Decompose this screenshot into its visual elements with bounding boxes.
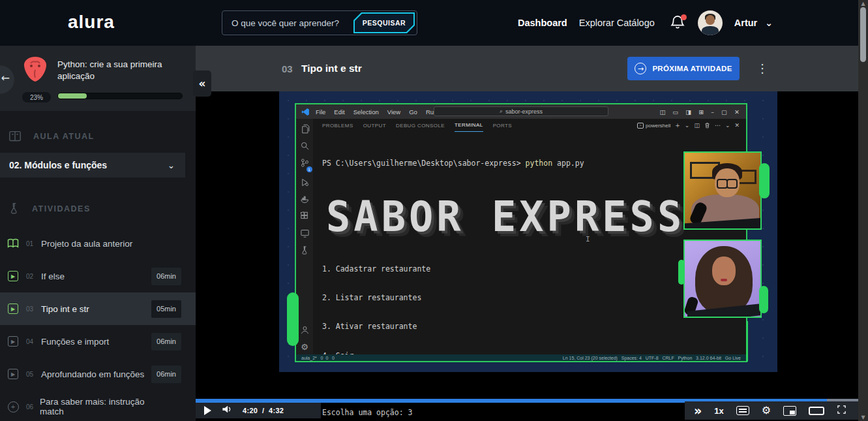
source-control-icon: 1 [300,158,310,170]
lesson-options-kebab-menu[interactable]: ⋮ [756,60,768,76]
instructor1-glasses [716,179,738,186]
instructor2-lips [721,279,727,281]
page-scrollbar[interactable]: ▲ ▼ [858,0,868,421]
capture-border-line [746,321,748,362]
volume-button[interactable] [222,405,232,416]
status-right-items: Ln 15, Col 23 (20 selected) Spaces: 4 UT… [563,356,741,360]
course-sidebar: ← Python: crie a sua primeira aplicação … [0,46,196,421]
playback-speed-button[interactable]: 1x [714,406,723,416]
duration-badge: 06min [151,333,181,351]
avatar-head [706,15,715,25]
nav-dashboard[interactable]: Dashboard [518,18,567,28]
scrollbar-thumb[interactable] [860,7,866,62]
avatar[interactable] [698,10,723,35]
powershell-icon: > [637,123,644,129]
python-course-icon [22,55,48,83]
search-input[interactable] [222,11,353,35]
terminal-choice-line: Escolha uma opção: 3 [322,408,746,418]
vscode-logo-icon [301,108,310,116]
capture-border-tab [287,292,299,346]
search-button[interactable]: PESQUISAR [353,12,415,33]
search-bar: PESQUISAR [222,10,417,35]
back-button[interactable]: ← [0,65,14,94]
new-terminal-icon: + [675,122,680,129]
run-debug-icon [300,178,310,187]
duration-badge: 06min [151,366,181,383]
webcam-instructor-2 [683,240,762,318]
layout-custom-icon: ⊞ [698,108,704,116]
menu-view: View [387,108,400,116]
book-icon [8,131,22,142]
activity-item-02[interactable]: ▶ 02 If else 06min [0,260,196,292]
module-selector[interactable]: 02. Módulos e funções ⌄ [0,153,185,178]
capture-border-tab [678,260,685,285]
vscode-body: 1 [296,119,746,356]
video-player: File Edit Selection View Go Run ⋯ ⌕ sabo… [196,91,858,421]
notifications-bell-icon[interactable] [670,14,686,31]
collapse-sidebar-button[interactable]: « [193,70,211,97]
capture-border-tab [759,286,768,313]
activity-item-04[interactable]: ▶ 04 Funções e import 06min [0,325,196,358]
layout-panel-icon: ▭ [672,108,678,116]
menu-edit: Edit [334,108,344,116]
lesson-header: 03 Tipo int e str → PRÓXIMA ATIVIDADE ⋮ [196,46,858,91]
menu-option-3: 3. Ativar restaurante [322,322,746,332]
picture-in-picture-button[interactable] [783,406,796,416]
fullscreen-button[interactable] [837,405,846,417]
activities-header: ATIVIDADES [0,202,196,215]
nav-explorar-catalogo[interactable]: Explorar Catálogo [579,18,655,28]
tab-terminal: TERMINAL [455,119,483,132]
remote-explorer-icon [300,228,310,238]
settings-gear-icon: ⚙ [301,342,308,352]
captions-button[interactable] [736,406,749,415]
player-controls-left: 4:20 / 4:32 [196,403,321,418]
minimize-icon: – [711,108,714,116]
next-activity-button[interactable]: → PRÓXIMA ATIVIDADE [627,57,740,80]
tab-debug-console: DEBUG CONSOLE [396,119,445,132]
layout-sidebar-icon: ◫ [659,108,665,116]
navbar-right: Dashboard Explorar Catálogo Artur ⌄ [518,0,773,46]
theater-mode-button[interactable] [809,407,824,415]
explorer-icon [300,124,310,134]
module-chevron-down-icon: ⌄ [168,161,175,170]
flask-icon [8,202,20,215]
tab-problems: PROBLEMS [322,119,353,132]
course-card: ← Python: crie a sua primeira aplicação … [0,46,196,111]
panel-tabs: PROBLEMS OUTPUT DEBUG CONSOLE TERMINAL P… [313,119,746,132]
main-content: 03 Tipo int e str → PRÓXIMA ATIVIDADE ⋮ … [196,46,858,421]
kill-terminal-trash-icon [704,122,710,129]
activity-item-01[interactable]: 01 Projeto da aula anterior [0,227,196,260]
activity-item-03-active[interactable]: ▶ 03 Tipo int e str 05min [0,292,196,325]
avatar-shirt [702,26,719,35]
course-progress-fill [58,93,87,99]
scroll-up-arrow[interactable]: ▲ [858,1,868,7]
activity-item-06[interactable]: + 06 Para saber mais: instrução match [0,390,196,421]
video-play-icon: ▶ [7,270,19,282]
skip-forward-button[interactable]: » [694,405,702,417]
video-surface[interactable]: File Edit Selection View Go Run ⋯ ⌕ sabo… [279,91,777,372]
capture-border-tab [759,163,770,198]
menu-option-2: 2. Listar restaurantes [322,293,746,303]
close-panel-icon: ✕ [734,122,740,129]
shell-selector: > powershell [637,123,670,129]
username[interactable]: Artur [734,18,757,28]
notification-dot [681,14,687,20]
alura-logo[interactable]: alura [68,12,115,33]
user-chevron-down-icon[interactable]: ⌄ [765,18,773,28]
menu-file: File [316,108,325,116]
play-button[interactable] [204,406,211,415]
webcam-instructor-1 [683,151,762,230]
search-glass-icon: ⌕ [500,108,503,115]
terminal-more-icon: ⋯ [715,122,721,129]
activity-item-05[interactable]: ▶ 05 Aprofundando em funções 06min [0,358,196,390]
vscode-window: File Edit Selection View Go Run ⋯ ⌕ sabo… [295,103,747,362]
player-controls-right: » 1x ⚙ [685,401,858,420]
menu-go: Go [409,108,417,116]
tab-ports: PORTS [493,119,512,132]
scroll-down-arrow[interactable]: ▼ [858,414,868,420]
progress-percent-badge: 23% [22,92,51,102]
player-settings-gear-icon[interactable]: ⚙ [762,405,771,416]
plus-circle-icon: + [7,401,19,413]
video-time: 4:20 / 4:32 [243,407,284,414]
course-title: Python: crie a sua primeira aplicação [57,59,188,82]
